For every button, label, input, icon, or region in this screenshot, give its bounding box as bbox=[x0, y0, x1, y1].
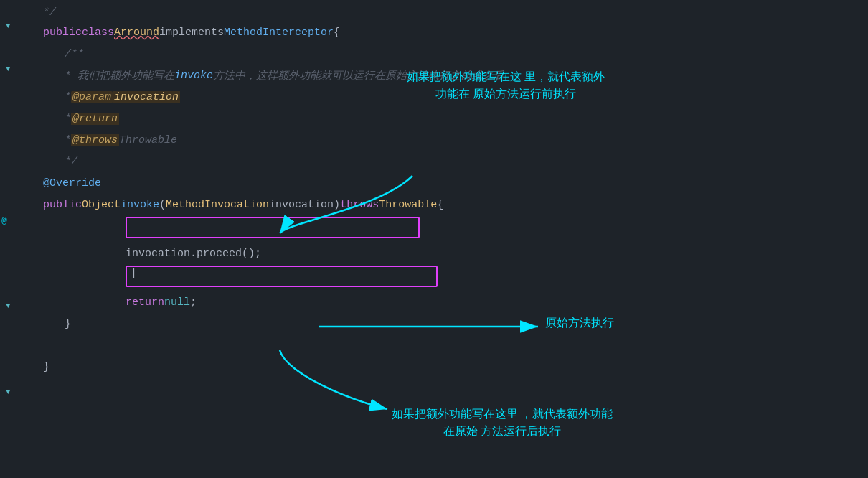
code-line-0: */ bbox=[39, 0, 861, 22]
code-token: MethodInvocation bbox=[166, 199, 269, 211]
code-line-6: * @throws Throwable bbox=[39, 129, 861, 151]
code-token: class bbox=[82, 27, 114, 39]
code-token: Throwable bbox=[119, 134, 177, 146]
label-original-execution: 原始方法执行 bbox=[545, 316, 614, 331]
code-line-2: /** bbox=[39, 43, 861, 65]
code-token-throws: throws bbox=[340, 199, 379, 211]
editor: ▼ ▼ @ ▼ ▼ */ public class Arround implem… bbox=[0, 0, 868, 478]
code-token: null bbox=[164, 296, 190, 309]
code-token: ; bbox=[190, 296, 197, 309]
code-line-10 bbox=[39, 215, 861, 243]
code-line-11: invocation.proceed(); bbox=[39, 243, 861, 264]
code-token: MethodInterceptor bbox=[224, 27, 334, 39]
code-token: public bbox=[43, 199, 82, 211]
code-token: */ bbox=[43, 6, 56, 19]
code-token: return bbox=[126, 296, 164, 309]
code-token: { bbox=[437, 199, 443, 211]
fold-icon-4: ▼ bbox=[6, 388, 11, 396]
code-token: invoke bbox=[174, 70, 213, 82]
code-token: { bbox=[334, 27, 340, 39]
code-token: @return bbox=[71, 113, 119, 125]
code-token: } bbox=[65, 318, 71, 330]
code-token: * 我们把额外功能写在 bbox=[65, 69, 174, 83]
code-token: @throws bbox=[71, 134, 119, 146]
label-original-text: 原始方法执行 bbox=[545, 317, 614, 329]
code-token: invoke bbox=[121, 199, 159, 211]
code-line-14: } bbox=[39, 313, 861, 334]
fold-icon-2: ▼ bbox=[6, 65, 11, 73]
code-line-13: return null ; bbox=[39, 291, 861, 313]
code-token: public bbox=[43, 27, 82, 39]
code-token: invocation) bbox=[269, 199, 340, 211]
code-line-7: */ bbox=[39, 151, 861, 172]
tooltip-after-execution: 如果把额外功能写在这里 ，就代表额外功能在原始 方法运行后执行 bbox=[391, 406, 613, 440]
code-token: @Override bbox=[43, 177, 101, 189]
code-token: * bbox=[65, 91, 71, 103]
code-token: /** bbox=[65, 48, 84, 60]
highlight-box-bottom: | bbox=[126, 266, 438, 287]
highlight-box-top bbox=[126, 217, 420, 238]
line-gutter: ▼ ▼ @ ▼ ▼ bbox=[0, 0, 32, 478]
code-token: Object bbox=[82, 199, 121, 211]
tooltip-after-text: 如果把额外功能写在这里 ，就代表额外功能在原始 方法运行后执行 bbox=[392, 408, 613, 437]
code-token: invocation bbox=[113, 91, 180, 103]
code-line-8: @Override bbox=[39, 172, 861, 194]
code-token: * bbox=[65, 134, 71, 146]
code-line-12: | bbox=[39, 264, 861, 291]
code-line-9: public Object invoke ( MethodInvocation … bbox=[39, 194, 861, 215]
code-token: implements bbox=[159, 27, 224, 39]
code-token: Arround bbox=[114, 27, 159, 39]
cursor: | bbox=[131, 267, 137, 279]
fold-icon-3: ▼ bbox=[6, 301, 11, 310]
code-token: */ bbox=[65, 156, 77, 168]
code-line-16: } bbox=[39, 356, 861, 378]
code-line-5: * @return bbox=[39, 108, 861, 129]
tooltip-before-text: 如果把额外功能写在这 里，就代表额外功能在 原始方法运行前执行 bbox=[407, 70, 605, 100]
code-token: @param bbox=[71, 91, 113, 103]
code-token: } bbox=[43, 361, 49, 373]
fold-icon-1: ▼ bbox=[6, 22, 11, 30]
tooltip-before-execution: 如果把额外功能写在这 里，就代表额外功能在 原始方法运行前执行 bbox=[405, 68, 606, 103]
code-token: invocation.proceed(); bbox=[126, 248, 261, 260]
at-gutter-icon: @ bbox=[1, 215, 7, 226]
code-token: Throwable bbox=[379, 199, 437, 211]
code-token: ( bbox=[159, 199, 166, 211]
code-line-15 bbox=[39, 334, 861, 356]
code-token: * bbox=[65, 113, 71, 125]
code-line-1: public class Arround implements MethodIn… bbox=[39, 22, 861, 43]
